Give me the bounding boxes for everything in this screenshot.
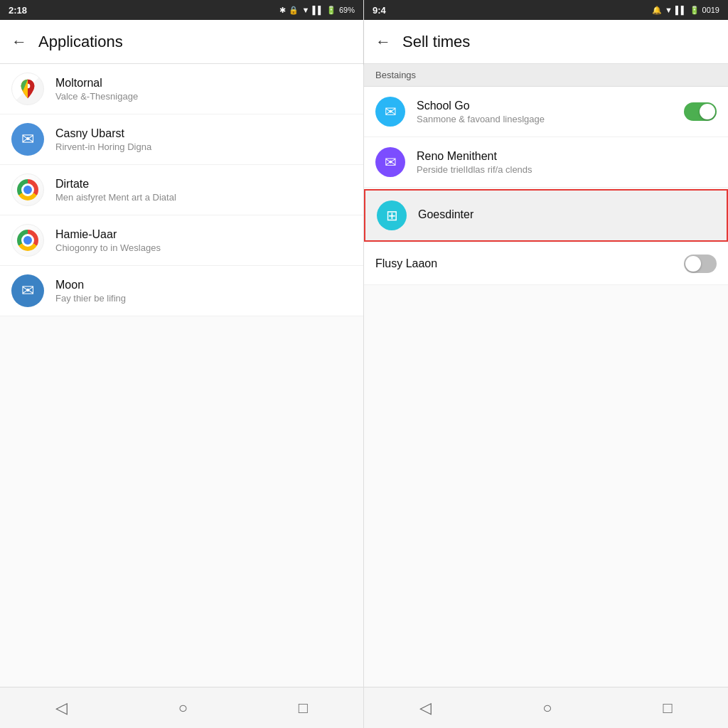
wifi-icon: ▼ bbox=[665, 6, 673, 14]
list-item[interactable]: ✉ Casny Ubarst Rirvent-in Horing Digna bbox=[0, 114, 363, 165]
flusy-label: Flusy Laaon bbox=[375, 257, 437, 270]
settings-desc: Sanmone & favoand lineslgage bbox=[417, 114, 673, 124]
reno-icon: ✉ bbox=[375, 147, 405, 177]
right-screen-title: Sell times bbox=[402, 33, 470, 51]
settings-item-goesdinter[interactable]: ⊞ Goesdinter bbox=[364, 189, 728, 242]
left-screen-title: Applications bbox=[38, 33, 123, 51]
app-icon-mail: ✉ bbox=[11, 274, 44, 307]
right-back-button[interactable]: ← bbox=[375, 33, 391, 51]
wifi-icon: ▼ bbox=[301, 6, 309, 14]
right-status-icons: 🔔 ▼ ▌▌ 🔋 0019 bbox=[652, 6, 719, 15]
settings-item-reno[interactable]: ✉ Reno Menithent Perside trielIdlas rif/… bbox=[364, 137, 728, 188]
right-bottom-nav: ◁ ○ □ bbox=[364, 687, 728, 728]
app-name: Moltornal bbox=[55, 77, 352, 90]
right-screen: 9:4 🔔 ▼ ▌▌ 🔋 0019 ← Sell times Bestaings… bbox=[364, 0, 728, 728]
left-time: 2:18 bbox=[9, 5, 27, 16]
left-status-icons: ✱ 🔒 ▼ ▌▌ 🔋 69% bbox=[279, 6, 355, 15]
app-desc: Men aisfyret Ment art a Diatal bbox=[55, 192, 352, 203]
lock-icon: 🔒 bbox=[289, 6, 299, 15]
home-nav-button[interactable]: ○ bbox=[164, 693, 202, 723]
app-name: Casny Ubarst bbox=[55, 127, 352, 140]
app-desc: Valce &-Thesnigage bbox=[55, 91, 352, 102]
flusy-laaon-row[interactable]: Flusy Laaon bbox=[364, 243, 728, 285]
notification-icon: 🔔 bbox=[652, 6, 662, 15]
right-time: 9:4 bbox=[373, 5, 386, 16]
app-desc: Rirvent-in Horing Digna bbox=[55, 141, 352, 152]
app-list: Moltornal Valce &-Thesnigage ✉ Casny Uba… bbox=[0, 64, 363, 687]
app-name: Hamie-Uaar bbox=[55, 228, 352, 241]
left-status-bar: 2:18 ✱ 🔒 ▼ ▌▌ 🔋 69% bbox=[0, 0, 363, 20]
app-text: Hamie-Uaar Chiogonry to in Weslages bbox=[55, 228, 352, 253]
recent-nav-button[interactable]: □ bbox=[649, 693, 687, 723]
app-name: Dirtate bbox=[55, 178, 352, 191]
battery-percent: 69% bbox=[339, 6, 355, 14]
app-text: Moltornal Valce &-Thesnigage bbox=[55, 77, 352, 102]
signal-icon: ▌▌ bbox=[675, 6, 687, 14]
right-top-bar: ← Sell times bbox=[364, 20, 728, 64]
list-item[interactable]: Dirtate Men aisfyret Ment art a Diatal bbox=[0, 165, 363, 215]
settings-text: School Go Sanmone & favoand lineslgage bbox=[417, 100, 673, 124]
back-nav-button[interactable]: ◁ bbox=[41, 693, 82, 723]
left-top-bar: ← Applications bbox=[0, 20, 363, 64]
right-status-bar: 9:4 🔔 ▼ ▌▌ 🔋 0019 bbox=[364, 0, 728, 20]
settings-text: Reno Menithent Perside trielIdlas rif/a … bbox=[417, 150, 717, 175]
recent-nav-button[interactable]: □ bbox=[284, 693, 322, 723]
app-text: Dirtate Men aisfyret Ment art a Diatal bbox=[55, 178, 352, 203]
back-nav-button[interactable]: ◁ bbox=[405, 693, 446, 723]
settings-name: Goesdinter bbox=[418, 208, 715, 221]
settings-text: Goesdinter bbox=[418, 208, 715, 223]
list-item[interactable]: Moltornal Valce &-Thesnigage bbox=[0, 64, 363, 114]
settings-desc: Perside trielIdlas rif/a clends bbox=[417, 164, 717, 175]
app-desc: Chiogonry to in Weslages bbox=[55, 242, 352, 253]
goesdinter-icon: ⊞ bbox=[377, 200, 407, 230]
settings-item-school-go[interactable]: ✉ School Go Sanmone & favoand lineslgage bbox=[364, 87, 728, 137]
app-name: Moon bbox=[55, 279, 352, 291]
section-label: Bestaings bbox=[375, 70, 416, 80]
school-go-toggle[interactable] bbox=[684, 102, 717, 121]
battery-percent: 0019 bbox=[702, 6, 719, 14]
app-icon-gmail: ✉ bbox=[11, 123, 44, 156]
left-back-button[interactable]: ← bbox=[11, 33, 27, 51]
settings-name: School Go bbox=[417, 100, 673, 112]
list-item[interactable]: Hamie-Uaar Chiogonry to in Weslages bbox=[0, 215, 363, 266]
flusy-toggle[interactable] bbox=[684, 255, 717, 273]
left-screen: 2:18 ✱ 🔒 ▼ ▌▌ 🔋 69% ← Applications bbox=[0, 0, 364, 728]
app-text: Casny Ubarst Rirvent-in Horing Digna bbox=[55, 127, 352, 152]
app-icon-chrome bbox=[11, 173, 44, 206]
app-icon-chrome2 bbox=[11, 224, 44, 257]
list-item[interactable]: ✉ Moon Fay thier be lifing bbox=[0, 266, 363, 316]
app-desc: Fay thier be lifing bbox=[55, 293, 352, 304]
app-icon-maps bbox=[11, 73, 44, 105]
app-text: Moon Fay thier be lifing bbox=[55, 279, 352, 304]
signal-icon: ▌▌ bbox=[312, 6, 323, 14]
left-bottom-nav: ◁ ○ □ bbox=[0, 687, 363, 728]
battery-icon: 🔋 bbox=[690, 6, 700, 15]
battery-icon: 🔋 bbox=[326, 6, 336, 15]
settings-list: ✉ School Go Sanmone & favoand lineslgage… bbox=[364, 87, 728, 687]
bluetooth-icon: ✱ bbox=[279, 6, 286, 15]
school-go-icon: ✉ bbox=[375, 97, 405, 127]
section-header: Bestaings bbox=[364, 64, 728, 87]
home-nav-button[interactable]: ○ bbox=[528, 693, 566, 723]
settings-name: Reno Menithent bbox=[417, 150, 717, 163]
